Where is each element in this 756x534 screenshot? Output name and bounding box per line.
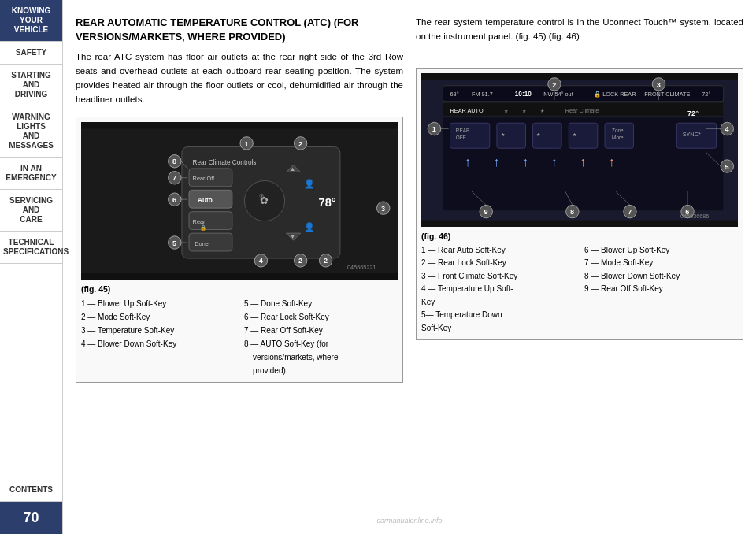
svg-text:★: ★ <box>540 107 544 113</box>
fig46-note-1: 1 — Rear Auto Soft-Key <box>421 244 575 258</box>
svg-text:★: ★ <box>501 131 505 136</box>
section-body-text-2: The rear system temperature control is i… <box>416 17 743 41</box>
fig45-note-1: 1 — Blower Up Soft-Key <box>81 297 235 310</box>
fig46-svg: 68° FM 91.7 10:10 NW 54° out 🔒 LOCK REAR… <box>421 73 738 227</box>
right-column: The rear system temperature control is i… <box>416 16 743 512</box>
svg-text:👤: 👤 <box>304 221 315 232</box>
svg-text:★: ★ <box>573 131 576 136</box>
svg-text:More: More <box>612 135 624 140</box>
sidebar-item-knowing[interactable]: KNOWING YOUR VEHICLE <box>0 0 62 42</box>
fig45-notes-left: 1 — Blower Up Soft-Key 2 — Mode Soft-Key… <box>81 297 235 377</box>
svg-text:Auto: Auto <box>198 196 213 203</box>
svg-text:▲: ▲ <box>290 165 295 172</box>
svg-text:5: 5 <box>725 162 729 170</box>
watermark: carmanualonline.info <box>76 517 743 526</box>
fig46-note-3: 3 — Front Climate Soft-Key <box>421 270 575 284</box>
svg-text:5: 5 <box>172 239 176 247</box>
svg-text:9: 9 <box>484 208 487 216</box>
fig46-note-9: 9 — Rear Off Soft-Key <box>584 283 738 296</box>
sidebar-item-starting[interactable]: STARTINGANDDRIVING <box>0 65 62 106</box>
fig45-note-8: 8 — AUTO Soft-Key (for versions/markets,… <box>244 337 398 377</box>
svg-text:★: ★ <box>536 131 540 136</box>
svg-text:68°: 68° <box>450 91 459 98</box>
watermark-text: carmanualonline.info <box>376 517 442 525</box>
page-number: 70 <box>0 502 62 534</box>
fig45-svg: Rear Climate Controls Rear Off Auto Rear… <box>81 122 398 280</box>
section-body-1: The rear ATC system has floor air outlet… <box>76 50 403 106</box>
svg-text:REAR AUTO: REAR AUTO <box>450 106 484 113</box>
sidebar: KNOWING YOUR VEHICLE SAFETY STARTINGANDD… <box>0 0 63 534</box>
main-content: REAR AUTOMATIC TEMPERATURE CONTROL (ATC)… <box>63 0 756 534</box>
svg-text:Done: Done <box>195 239 208 247</box>
svg-text:3: 3 <box>657 80 661 88</box>
fig45-note-3: 3 — Temperature Soft-Key <box>81 324 235 337</box>
sidebar-label-warning: WARNINGLIGHTSANDMESSAGES <box>9 113 54 150</box>
svg-text:10:10: 10:10 <box>515 91 532 98</box>
fig45-diagram: Rear Climate Controls Rear Off Auto Rear… <box>81 122 398 280</box>
fig46-notes-left: 1 — Rear Auto Soft-Key 2 — Rear Lock Sof… <box>421 244 575 336</box>
svg-text:7: 7 <box>172 174 176 182</box>
sidebar-label-servicing: SERVICINGANDCARE <box>9 196 53 224</box>
sidebar-item-safety[interactable]: SAFETY <box>0 42 62 65</box>
sidebar-item-warning[interactable]: WARNINGLIGHTSANDMESSAGES <box>0 106 62 158</box>
svg-text:7: 7 <box>628 208 632 216</box>
fig46-diagram-box: 68° FM 91.7 10:10 NW 54° out 🔒 LOCK REAR… <box>416 68 743 341</box>
svg-text:045636686: 045636686 <box>680 212 710 219</box>
svg-text:↑: ↑ <box>550 154 557 169</box>
sidebar-label-safety: SAFETY <box>16 48 46 57</box>
sidebar-label-starting: STARTINGANDDRIVING <box>11 71 50 98</box>
fig45-note-4: 4 — Blower Down Soft-Key <box>81 337 235 350</box>
svg-text:★: ★ <box>522 107 526 113</box>
svg-text:OFF: OFF <box>456 135 466 140</box>
svg-text:Rear Climate Controls: Rear Climate Controls <box>193 159 257 166</box>
fig46-note-5: 5— Temperature Down <box>421 309 575 322</box>
svg-text:2: 2 <box>324 257 328 265</box>
svg-text:8: 8 <box>570 208 574 216</box>
svg-text:1: 1 <box>244 139 248 147</box>
sidebar-item-technical[interactable]: TECHNICALSPECIFICATIONS <box>0 232 62 264</box>
fig46-note-7: 7 — Mode Soft-Key <box>584 257 738 270</box>
sidebar-label-knowing: KNOWING YOUR VEHICLE <box>12 6 50 34</box>
svg-text:↑: ↑ <box>522 154 528 169</box>
fig46-note-key: Key <box>421 296 575 310</box>
sidebar-label-contents: CONTENTS <box>9 485 53 494</box>
fig46-caption-text: (fig. 46) <box>421 232 450 241</box>
fig45-caption-text: (fig. 45) <box>81 284 110 294</box>
fig46-note-soft: Soft-Key <box>421 322 575 336</box>
svg-text:🔒 LOCK REAR: 🔒 LOCK REAR <box>594 91 636 98</box>
svg-text:2: 2 <box>298 257 302 265</box>
svg-text:6: 6 <box>172 195 176 203</box>
sidebar-item-servicing[interactable]: SERVICINGANDCARE <box>0 190 62 232</box>
left-column: REAR AUTOMATIC TEMPERATURE CONTROL (ATC)… <box>76 16 403 512</box>
svg-text:8: 8 <box>172 158 176 165</box>
svg-text:SYNC*: SYNC* <box>683 130 701 137</box>
sidebar-item-contents[interactable]: CONTENTS <box>0 479 62 502</box>
fig45-note-2: 2 — Mode Soft-Key <box>81 310 235 324</box>
sidebar-label-emergency: IN ANEMERGENCY <box>6 164 56 182</box>
fig45-notes: 1 — Blower Up Soft-Key 2 — Mode Soft-Key… <box>81 297 398 377</box>
fig46-caption: (fig. 46) <box>421 232 738 241</box>
svg-text:72°: 72° <box>687 109 699 117</box>
svg-text:Rear Climate: Rear Climate <box>565 106 599 113</box>
section-body-2: The rear system temperature control is i… <box>416 16 743 44</box>
fig45-note-6: 6 — Rear Lock Soft-Key <box>244 310 398 324</box>
fig45-diagram-box: Rear Climate Controls Rear Off Auto Rear… <box>76 117 403 383</box>
svg-text:Zone: Zone <box>612 128 624 133</box>
svg-text:⑤: ⑤ <box>259 192 264 199</box>
svg-text:↑: ↑ <box>609 154 615 169</box>
svg-text:1: 1 <box>432 125 436 133</box>
svg-text:↑: ↑ <box>493 154 499 169</box>
svg-text:72°: 72° <box>702 91 710 98</box>
svg-text:🔒: 🔒 <box>200 224 206 230</box>
svg-text:REAR: REAR <box>456 128 470 133</box>
fig45-note-7: 7 — Rear Off Soft-Key <box>244 324 398 337</box>
page-number-value: 70 <box>23 510 39 525</box>
svg-text:FRONT CLIMATE: FRONT CLIMATE <box>644 91 690 98</box>
fig46-note-6: 6 — Blower Up Soft-Key <box>584 244 738 258</box>
svg-text:↑: ↑ <box>580 154 586 169</box>
sidebar-item-emergency[interactable]: IN ANEMERGENCY <box>0 158 62 190</box>
svg-text:Rear Off: Rear Off <box>193 175 215 182</box>
svg-text:NW 54° out: NW 54° out <box>543 91 573 98</box>
fig45-note-5: 5 — Done Soft-Key <box>244 297 398 310</box>
svg-text:▼: ▼ <box>290 233 295 240</box>
